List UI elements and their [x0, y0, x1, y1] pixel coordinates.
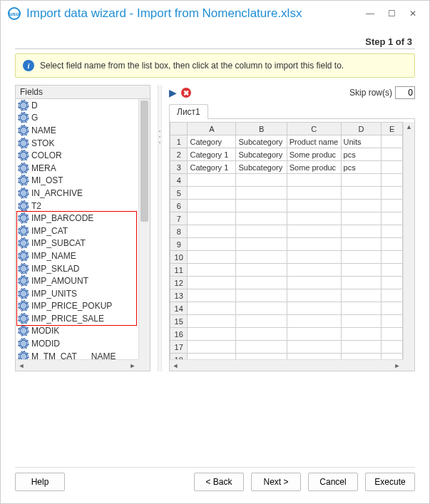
col-header[interactable]: B	[236, 123, 287, 135]
grid-cell[interactable]: Subcategory	[236, 161, 287, 174]
grid-cell[interactable]	[382, 302, 403, 315]
row-header[interactable]: 16	[170, 328, 188, 341]
grid-cell[interactable]	[382, 161, 403, 174]
grid-cell[interactable]: Product name	[287, 135, 341, 148]
execute-button[interactable]: Execute	[365, 473, 415, 491]
row-header[interactable]: 17	[170, 341, 188, 354]
grid-cell[interactable]: Category 1	[188, 148, 236, 161]
help-button[interactable]: Help	[15, 473, 65, 491]
field-item[interactable]: IMP_SUBCAT	[16, 237, 138, 250]
grid-cell[interactable]	[341, 328, 382, 341]
grid-cell[interactable]	[188, 187, 236, 200]
grid-cell[interactable]	[188, 212, 236, 225]
grid-cell[interactable]	[188, 277, 236, 289]
grid-cell[interactable]: Category	[188, 135, 236, 148]
field-item[interactable]: MODIK	[16, 325, 138, 338]
grid-cell[interactable]	[236, 187, 287, 200]
grid-cell[interactable]	[236, 302, 287, 315]
field-item[interactable]: IMP_PRICE_SALE	[16, 312, 138, 325]
field-item[interactable]: IMP_AMOUNT	[16, 274, 138, 287]
grid-cell[interactable]	[236, 264, 287, 277]
field-item[interactable]: MI_OST	[16, 175, 138, 187]
grid-cell[interactable]	[287, 238, 341, 251]
grid-cell[interactable]	[382, 238, 403, 251]
maximize-button[interactable]: ☐	[382, 6, 401, 21]
grid-cell[interactable]	[188, 302, 236, 315]
hscroll-right-icon[interactable]: ►	[391, 362, 403, 369]
grid-cell[interactable]	[188, 264, 236, 277]
grid-cell[interactable]	[341, 225, 382, 238]
grid-cell[interactable]	[341, 315, 382, 328]
grid-cell[interactable]	[188, 200, 236, 212]
grid-cell[interactable]: pcs	[341, 161, 382, 174]
grid-cell[interactable]	[382, 212, 403, 225]
splitter[interactable]	[158, 85, 162, 371]
skip-rows-input[interactable]	[395, 86, 415, 99]
field-item[interactable]: IMP_BARCODE	[16, 212, 138, 225]
grid-cell[interactable]	[236, 277, 287, 289]
row-header[interactable]: 1	[170, 135, 188, 148]
col-header[interactable]: D	[341, 123, 382, 135]
grid-cell[interactable]	[341, 200, 382, 212]
minimize-button[interactable]: —	[361, 6, 379, 21]
grid-cell[interactable]	[287, 187, 341, 200]
hscroll-left-icon[interactable]: ◄	[170, 362, 181, 369]
vscroll-up-icon[interactable]: ▲	[404, 122, 414, 132]
grid-cell[interactable]	[341, 174, 382, 187]
grid-cell[interactable]	[236, 225, 287, 238]
grid-cell[interactable]	[382, 264, 403, 277]
hscroll-right-icon[interactable]: ►	[127, 361, 138, 371]
grid-cell[interactable]	[341, 277, 382, 289]
grid-cell[interactable]	[236, 251, 287, 264]
grid-cell[interactable]	[341, 302, 382, 315]
grid-cell[interactable]	[287, 225, 341, 238]
grid-cell[interactable]	[287, 251, 341, 264]
grid-cell[interactable]	[287, 354, 341, 360]
grid-cell[interactable]	[382, 289, 403, 302]
row-header[interactable]: 18	[170, 354, 188, 360]
play-icon[interactable]: ▶	[169, 87, 177, 98]
field-item[interactable]: MODID	[16, 337, 138, 350]
grid-cell[interactable]	[236, 289, 287, 302]
grid-cell[interactable]	[341, 354, 382, 360]
grid-cell[interactable]	[382, 315, 403, 328]
grid-cell[interactable]	[236, 200, 287, 212]
grid-cell[interactable]	[382, 135, 403, 148]
grid-cell[interactable]	[188, 174, 236, 187]
grid-cell[interactable]	[188, 238, 236, 251]
grid-cell[interactable]	[236, 354, 287, 360]
col-header[interactable]: C	[287, 123, 341, 135]
grid-cell[interactable]	[287, 315, 341, 328]
row-header[interactable]: 9	[170, 238, 188, 251]
grid-cell[interactable]	[382, 277, 403, 289]
fields-vscroll-thumb[interactable]	[140, 101, 148, 222]
delete-icon[interactable]: ✖	[181, 88, 191, 98]
row-header[interactable]: 10	[170, 251, 188, 264]
grid-cell[interactable]	[287, 341, 341, 354]
grid-cell[interactable]: Category 1	[188, 161, 236, 174]
grid-cell[interactable]: Units	[341, 135, 382, 148]
grid-cell[interactable]	[382, 174, 403, 187]
row-header[interactable]: 3	[170, 161, 188, 174]
field-item[interactable]: MERA	[16, 162, 138, 175]
grid-cell[interactable]	[188, 251, 236, 264]
close-button[interactable]: ✕	[404, 6, 422, 21]
grid-cell[interactable]	[287, 277, 341, 289]
grid-cell[interactable]	[287, 212, 341, 225]
grid-cell[interactable]	[236, 328, 287, 341]
grid-cell[interactable]	[341, 251, 382, 264]
grid-cell[interactable]	[188, 328, 236, 341]
cancel-button[interactable]: Cancel	[308, 473, 358, 491]
grid-cell[interactable]	[382, 225, 403, 238]
field-item[interactable]: IMP_NAME	[16, 250, 138, 262]
field-item[interactable]: G	[16, 112, 138, 125]
grid-cell[interactable]	[236, 341, 287, 354]
grid-cell[interactable]	[188, 289, 236, 302]
row-header[interactable]: 5	[170, 187, 188, 200]
grid-cell[interactable]	[382, 200, 403, 212]
grid-corner-cell[interactable]	[170, 123, 188, 135]
grid-cell[interactable]	[382, 251, 403, 264]
grid-cell[interactable]: Subcategory	[236, 135, 287, 148]
field-item[interactable]: D	[16, 99, 138, 112]
grid-cell[interactable]	[188, 225, 236, 238]
